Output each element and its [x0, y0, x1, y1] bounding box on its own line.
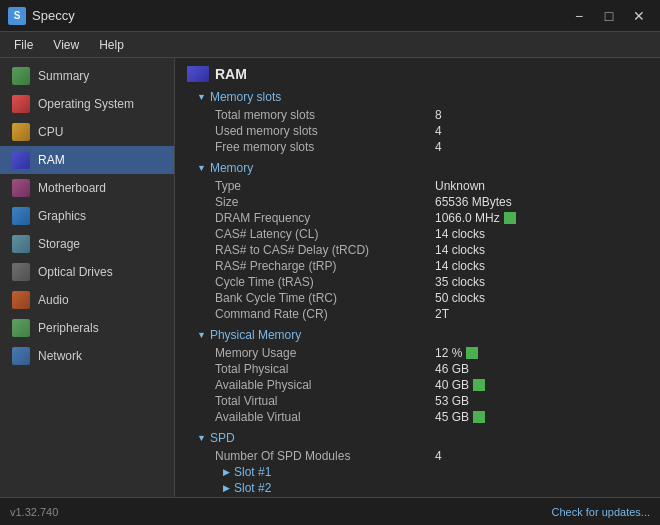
menubar: File View Help — [0, 32, 660, 58]
peripherals-icon — [12, 319, 30, 337]
app-icon: S — [8, 7, 26, 25]
table-row: CAS# Latency (CL) 14 clocks — [197, 226, 648, 242]
close-button[interactable]: ✕ — [626, 6, 652, 26]
sidebar-item-peripherals[interactable]: Peripherals — [0, 314, 174, 342]
row-key: Total Physical — [215, 362, 435, 376]
status-dot — [466, 347, 478, 359]
row-val: 4 — [435, 140, 442, 154]
sidebar-label-summary: Summary — [38, 69, 89, 83]
sidebar-label-motherboard: Motherboard — [38, 181, 106, 195]
minimize-button[interactable]: − — [566, 6, 592, 26]
row-val: 65536 MBytes — [435, 195, 512, 209]
network-icon — [12, 347, 30, 365]
row-val: 35 clocks — [435, 275, 485, 289]
sidebar-item-network[interactable]: Network — [0, 342, 174, 370]
row-val: 4 — [435, 124, 442, 138]
statusbar: v1.32.740 Check for updates... — [0, 497, 660, 525]
table-row: DRAM Frequency 1066.0 MHz — [197, 210, 648, 226]
table-row: Memory Usage 12 % — [197, 345, 648, 361]
table-row: Bank Cycle Time (tRC) 50 clocks — [197, 290, 648, 306]
row-val: 8 — [435, 108, 442, 122]
memory-group: Memory Type Unknown Size 65536 MBytes DR… — [197, 161, 648, 322]
sidebar-item-summary[interactable]: Summary — [0, 62, 174, 90]
row-val: 4 — [435, 449, 442, 463]
menu-help[interactable]: Help — [89, 35, 134, 55]
row-key: Free memory slots — [215, 140, 435, 154]
row-val: 40 GB — [435, 378, 485, 392]
storage-icon — [12, 235, 30, 253]
slot-2[interactable]: Slot #2 — [197, 480, 648, 496]
main-layout: Summary Operating System CPU RAM Motherb… — [0, 58, 660, 497]
memory-label: Memory — [197, 161, 648, 175]
row-key: Available Physical — [215, 378, 435, 392]
ram-section-icon — [187, 66, 209, 82]
row-key: Total Virtual — [215, 394, 435, 408]
row-val: 14 clocks — [435, 259, 485, 273]
row-key: Type — [215, 179, 435, 193]
section-title: RAM — [215, 66, 247, 82]
check-updates-link[interactable]: Check for updates... — [552, 506, 650, 518]
sidebar-item-ram[interactable]: RAM — [0, 146, 174, 174]
row-val: 50 clocks — [435, 291, 485, 305]
sidebar-label-network: Network — [38, 349, 82, 363]
menu-file[interactable]: File — [4, 35, 43, 55]
row-key: RAS# to CAS# Delay (tRCD) — [215, 243, 435, 257]
spd-group: SPD Number Of SPD Modules 4 Slot #1 Slot… — [197, 431, 648, 497]
row-key: CAS# Latency (CL) — [215, 227, 435, 241]
table-row: Available Virtual 45 GB — [197, 409, 648, 425]
table-row: Total Virtual 53 GB — [197, 393, 648, 409]
row-key: Total memory slots — [215, 108, 435, 122]
status-dot — [473, 411, 485, 423]
motherboard-icon — [12, 179, 30, 197]
window-controls: − □ ✕ — [566, 6, 652, 26]
physical-memory-label: Physical Memory — [197, 328, 648, 342]
spd-label: SPD — [197, 431, 648, 445]
sidebar-item-storage[interactable]: Storage — [0, 230, 174, 258]
table-row: RAS# to CAS# Delay (tRCD) 14 clocks — [197, 242, 648, 258]
sidebar-item-graphics[interactable]: Graphics — [0, 202, 174, 230]
table-row: Used memory slots 4 — [197, 123, 648, 139]
row-key: Size — [215, 195, 435, 209]
slot-3[interactable]: Slot #3 — [197, 496, 648, 497]
sidebar-label-peripherals: Peripherals — [38, 321, 99, 335]
row-key: Cycle Time (tRAS) — [215, 275, 435, 289]
table-row: Size 65536 MBytes — [197, 194, 648, 210]
table-row: Total memory slots 8 — [197, 107, 648, 123]
sidebar-item-os[interactable]: Operating System — [0, 90, 174, 118]
sidebar-label-optical: Optical Drives — [38, 265, 113, 279]
table-row: Cycle Time (tRAS) 35 clocks — [197, 274, 648, 290]
row-val: 2T — [435, 307, 449, 321]
ram-icon — [12, 151, 30, 169]
sidebar-item-cpu[interactable]: CPU — [0, 118, 174, 146]
app-title: Speccy — [32, 8, 566, 23]
sidebar-label-storage: Storage — [38, 237, 80, 251]
titlebar: S Speccy − □ ✕ — [0, 0, 660, 32]
status-dot — [504, 212, 516, 224]
table-row: Command Rate (CR) 2T — [197, 306, 648, 322]
sidebar-label-os: Operating System — [38, 97, 134, 111]
sidebar-label-ram: RAM — [38, 153, 65, 167]
sidebar-item-optical[interactable]: Optical Drives — [0, 258, 174, 286]
section-header: RAM — [187, 66, 648, 82]
row-key: Bank Cycle Time (tRC) — [215, 291, 435, 305]
row-key: Memory Usage — [215, 346, 435, 360]
physical-memory-group: Physical Memory Memory Usage 12 % Total … — [197, 328, 648, 425]
row-key: DRAM Frequency — [215, 211, 435, 225]
sidebar-item-motherboard[interactable]: Motherboard — [0, 174, 174, 202]
menu-view[interactable]: View — [43, 35, 89, 55]
row-key: Available Virtual — [215, 410, 435, 424]
table-row: Total Physical 46 GB — [197, 361, 648, 377]
slot-1[interactable]: Slot #1 — [197, 464, 648, 480]
os-icon — [12, 95, 30, 113]
row-key: Command Rate (CR) — [215, 307, 435, 321]
content-area: RAM Memory slots Total memory slots 8 Us… — [175, 58, 660, 497]
row-key: RAS# Precharge (tRP) — [215, 259, 435, 273]
row-val: 45 GB — [435, 410, 485, 424]
cpu-icon — [12, 123, 30, 141]
maximize-button[interactable]: □ — [596, 6, 622, 26]
row-val: 14 clocks — [435, 243, 485, 257]
sidebar-label-graphics: Graphics — [38, 209, 86, 223]
sidebar-item-audio[interactable]: Audio — [0, 286, 174, 314]
optical-icon — [12, 263, 30, 281]
row-val: 14 clocks — [435, 227, 485, 241]
